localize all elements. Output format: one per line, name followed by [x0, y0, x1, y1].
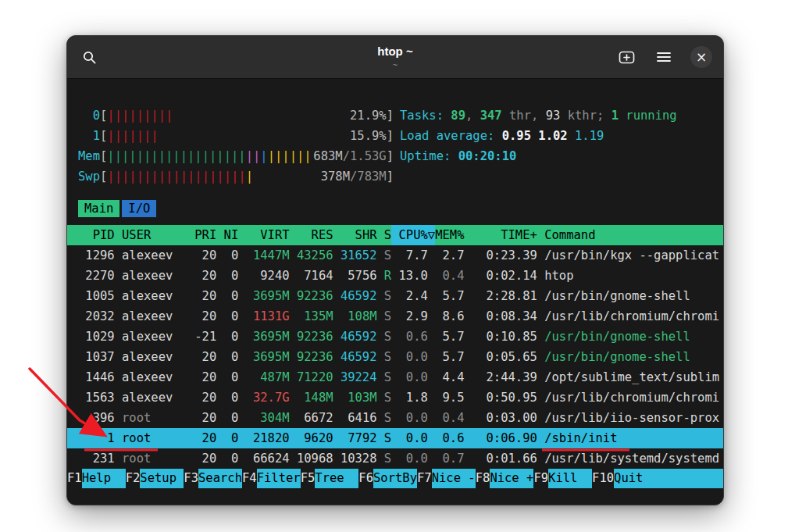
new-tab-button[interactable] — [614, 45, 639, 70]
tab-main[interactable]: Main — [78, 200, 119, 217]
cell-cmd: /usr/lib/iio-sensor-prox — [537, 408, 723, 428]
cell-cpu: 2.9 — [391, 306, 435, 327]
cell-virt: 3695M — [238, 327, 289, 347]
column-header-shr[interactable]: SHR — [333, 225, 377, 245]
bracket-close: ] — [387, 166, 394, 187]
cell-ni: 0 — [216, 245, 238, 266]
fkey-tree[interactable]: F5Tree — [301, 469, 359, 488]
column-header-s[interactable]: S — [377, 225, 392, 245]
fkey-label: Nice + — [490, 469, 533, 488]
fkey-nice-[interactable]: F8Nice + — [476, 469, 534, 488]
process-row[interactable]: 1029alexeev-2103695M9223646592S0.65.70:1… — [67, 327, 723, 347]
fkey-sortby[interactable]: F6SortBy — [358, 469, 417, 488]
swap-meter: Swp[||||||||||||||||||||378M/783M] — [78, 166, 394, 187]
column-header-pri[interactable]: PRI — [187, 225, 216, 245]
cell-shr: 7792 — [333, 428, 377, 448]
fkey-label: Kill — [548, 469, 592, 488]
process-row[interactable]: 1296alexeev2001447M4325631652S7.72.70:23… — [67, 245, 723, 266]
window-title: htop ~ — [377, 45, 412, 59]
cell-pri: 20 — [187, 286, 216, 306]
close-button[interactable]: × — [689, 45, 714, 70]
fkey-number: F9 — [533, 469, 548, 488]
system-meters: 0[|||||||||21.9%]1[|||||||15.9%]Mem[||||… — [78, 105, 394, 187]
column-header-pid[interactable]: PID — [78, 225, 115, 245]
cell-pri: 20 — [187, 347, 216, 367]
cell-virt: 1447M — [238, 245, 289, 266]
cell-virt: 1131G — [238, 306, 289, 327]
bracket-open: [ — [100, 166, 107, 187]
cell-cpu: 0.0 — [391, 448, 435, 469]
process-row-selected[interactable]: 1root2002182096207792S0.00.60:06.90/sbin… — [67, 428, 723, 448]
cell-cmd: /usr/lib/systemd/systemd — [537, 448, 723, 469]
process-row[interactable]: 2270alexeev200924071645756R13.00.40:02.1… — [67, 266, 723, 286]
meter-value: 683M/1.53G — [313, 146, 386, 166]
column-header-mem[interactable]: MEM% — [435, 225, 472, 245]
meter-label: 0 — [78, 105, 100, 126]
process-table-header: PIDUSERPRINIVIRTRESSHRSCPU%▽MEM%TIME+Com… — [67, 225, 723, 245]
screen-tabs: MainI/O — [67, 199, 723, 218]
process-row[interactable]: 231root200666241096810328S0.00.70:01.66/… — [67, 448, 723, 469]
cell-pid: 1563 — [78, 387, 115, 408]
cell-pri: 20 — [187, 306, 216, 327]
cell-cmd: /sbin/init — [537, 428, 723, 448]
system-summary: Tasks: 89, 347 thr, 93 kthr; 1 runningLo… — [394, 105, 712, 187]
column-header-ni[interactable]: NI — [216, 225, 238, 245]
cell-user: root — [115, 448, 187, 469]
fkey-nice-[interactable]: F7Nice - — [417, 469, 476, 488]
process-row[interactable]: 396root200304M66726416S0.00.40:03.00/usr… — [67, 408, 723, 428]
fkey-quit[interactable]: F10Quit — [592, 469, 658, 488]
cell-s: S — [377, 286, 392, 306]
fkey-filter[interactable]: F4Filter — [242, 469, 301, 488]
cell-pri: 20 — [187, 245, 216, 266]
fkey-search[interactable]: F3Search — [184, 469, 242, 488]
process-row[interactable]: 1005alexeev2003695M9223646592S2.45.72:28… — [67, 286, 723, 306]
cell-time: 2:44.39 — [472, 367, 537, 387]
cell-pid: 1005 — [78, 286, 115, 306]
process-row[interactable]: 1037alexeev2003695M9223646592S0.05.70:05… — [67, 347, 723, 367]
cell-time: 0:05.65 — [472, 347, 537, 367]
cell-res: 92236 — [290, 286, 333, 306]
bracket-open: [ — [100, 126, 107, 146]
column-header-res[interactable]: RES — [290, 225, 333, 245]
column-header-user[interactable]: USER — [115, 225, 187, 245]
menu-button[interactable] — [651, 45, 676, 70]
cell-user: alexeev — [115, 266, 187, 286]
window-headerbar: htop ~ ~ × — [67, 36, 723, 79]
cell-s: S — [377, 347, 392, 367]
cell-shr: 108M — [333, 306, 377, 327]
cell-time: 0:03.00 — [472, 408, 537, 428]
bracket-open: [ — [100, 146, 107, 166]
uptime: Uptime: 00:20:10 — [400, 146, 712, 166]
process-row[interactable]: 2032alexeev2001131G135M108MS2.98.60:08.3… — [67, 306, 723, 327]
cell-virt: 487M — [238, 367, 289, 387]
fkey-kill[interactable]: F9Kill — [533, 469, 592, 488]
cell-shr: 10328 — [333, 448, 377, 469]
cell-ni: 0 — [216, 286, 238, 306]
search-button[interactable] — [77, 45, 102, 70]
column-header-virt[interactable]: VIRT — [238, 225, 289, 245]
function-key-bar: F1Help F2Setup F3SearchF4FilterF5Tree F6… — [67, 469, 723, 488]
column-header-time[interactable]: TIME+ — [472, 225, 537, 245]
fkey-label: Filter — [257, 469, 301, 488]
column-header-cpu[interactable]: CPU%▽ — [391, 225, 435, 245]
fkey-number: F8 — [476, 469, 490, 488]
column-header-cmd[interactable]: Command — [537, 225, 723, 245]
cell-cmd: htop — [537, 266, 723, 286]
cell-s: S — [377, 408, 392, 428]
cell-res: 92236 — [290, 347, 333, 367]
process-row[interactable]: 1563alexeev20032.7G148M103MS1.89.50:50.9… — [67, 387, 723, 408]
cell-cpu: 0.0 — [391, 347, 435, 367]
cell-pri: 20 — [187, 428, 216, 448]
tab-io[interactable]: I/O — [122, 200, 156, 217]
cell-pid: 1296 — [78, 245, 115, 266]
cell-virt: 32.7G — [238, 387, 289, 408]
fkey-setup[interactable]: F2Setup — [126, 469, 184, 488]
fkey-number: F10 — [592, 469, 614, 488]
cell-user: alexeev — [115, 387, 187, 408]
fkey-help[interactable]: F1Help — [67, 469, 126, 488]
cell-res: 7164 — [290, 266, 333, 286]
process-row[interactable]: 1446alexeev200487M7122039224S0.04.42:44.… — [67, 367, 723, 387]
cell-ni: 0 — [216, 306, 238, 327]
cell-s: S — [377, 327, 392, 347]
cell-cmd: /usr/lib/chromium/chromi — [537, 387, 723, 408]
